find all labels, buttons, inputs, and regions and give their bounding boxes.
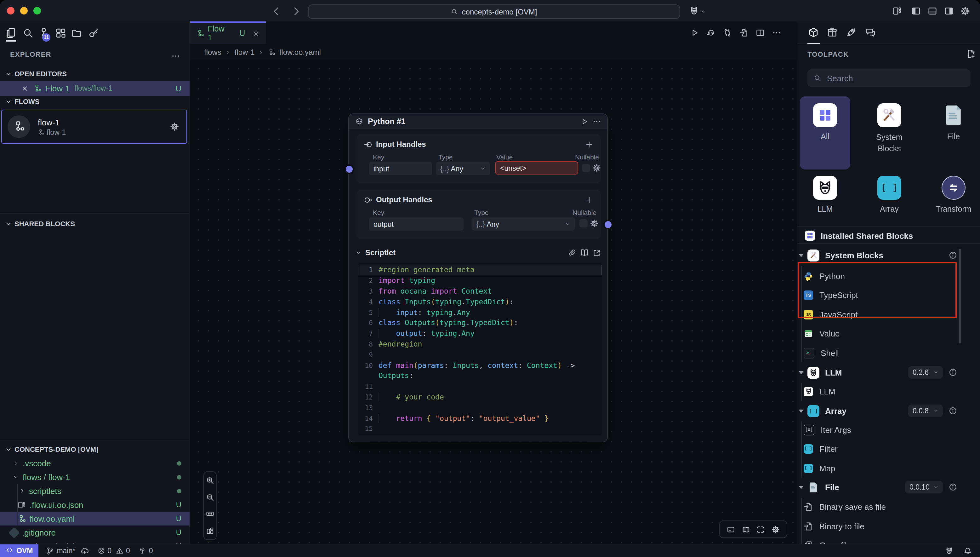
block-item-filter[interactable]: [ ] Filter [804, 439, 964, 458]
command-center-search[interactable]: concepts-demo [OVM] [308, 5, 680, 19]
rerun-flow-icon[interactable] [707, 28, 715, 37]
explorer-more-actions-icon[interactable] [171, 52, 180, 60]
activity-blocks-icon[interactable] [55, 28, 66, 38]
assistant-fox-icon[interactable] [689, 6, 699, 16]
block-item-value[interactable]: Value [804, 324, 964, 343]
node-run-icon[interactable] [581, 117, 588, 125]
shared-blocks-header[interactable]: SHARED BLOCKS [5, 217, 75, 231]
tree-item-gitignore[interactable]: .gitignore U [0, 526, 190, 539]
output-connection-handle[interactable] [603, 220, 613, 230]
fullscreen-icon[interactable] [757, 525, 765, 533]
block-item-shell[interactable]: >_ Shell [804, 344, 964, 362]
add-input-handle-icon[interactable] [585, 140, 593, 148]
output-handle-settings-gear-icon[interactable] [590, 219, 598, 228]
panel-scrollbar[interactable] [959, 249, 961, 344]
window-minimize-button[interactable] [20, 7, 28, 15]
info-icon[interactable] [949, 368, 957, 377]
block-item-llm[interactable]: LLM [804, 382, 964, 401]
notifications-bell-icon[interactable] [964, 547, 972, 555]
breadcrumb-flows[interactable]: flows [204, 48, 221, 57]
category-llm[interactable]: LLM [800, 169, 850, 239]
input-connection-handle[interactable] [345, 164, 354, 174]
run-flow-icon[interactable] [690, 28, 699, 37]
remote-indicator[interactable]: OVM [0, 544, 38, 557]
breadcrumb-file[interactable]: flow.oo.yaml [280, 48, 321, 57]
info-icon[interactable] [949, 483, 957, 492]
flows-header[interactable]: FLOWS [5, 94, 39, 108]
problems-status[interactable]: 0 0 [97, 547, 130, 554]
tree-item-flow-ui-oo-json[interactable]: .flow.ui.oo.json U [0, 498, 190, 511]
publish-cloud-icon[interactable] [80, 547, 88, 555]
tree-item-vscode[interactable]: .vscode [0, 456, 190, 470]
minimap-icon[interactable] [742, 525, 750, 533]
window-close-button[interactable] [7, 7, 15, 15]
flow-settings-gear-icon[interactable] [170, 122, 179, 131]
category-system-blocks[interactable]: System Blocks [864, 96, 915, 169]
open-changes-icon[interactable] [739, 28, 748, 37]
auto-layout-icon[interactable] [206, 527, 214, 535]
add-output-handle-icon[interactable] [585, 195, 593, 204]
info-icon[interactable] [949, 251, 957, 260]
history-back-icon[interactable] [271, 6, 280, 15]
file-version-select[interactable]: 0.0.10 [905, 481, 943, 493]
input-nullable-checkbox[interactable] [582, 164, 590, 172]
canvas-settings-gear-icon[interactable] [772, 525, 780, 533]
editor-more-actions-icon[interactable] [772, 28, 781, 37]
category-file[interactable]: File [928, 96, 979, 169]
input-key-field[interactable] [369, 162, 432, 175]
tree-item-scriptlets[interactable]: scriptlets [0, 484, 190, 498]
zoom-in-icon[interactable] [206, 476, 214, 485]
workspace-tree-header[interactable]: CONCEPTS-DEMO [OVM] [5, 442, 98, 456]
block-item-binary-save-as-file[interactable]: Binary save as file [804, 497, 964, 516]
fit-view-icon[interactable] [206, 510, 214, 518]
tree-item-flow-oo-yaml[interactable]: flow.oo.yaml U [0, 511, 190, 526]
git-branch-status[interactable]: main* [46, 547, 88, 555]
activity-folder-icon[interactable] [71, 28, 82, 38]
node-more-icon[interactable] [593, 117, 601, 125]
category-transform[interactable]: Transform [928, 169, 979, 239]
attach-icon[interactable] [568, 249, 576, 257]
input-type-select[interactable]: {..} Any [436, 162, 490, 175]
input-handle-settings-gear-icon[interactable] [593, 164, 601, 172]
tab-deploy[interactable] [846, 21, 856, 44]
output-nullable-checkbox[interactable] [579, 219, 588, 228]
scriptlet-header[interactable]: Scriptlet [355, 246, 602, 259]
open-editor-item-flow-1[interactable]: Flow 1 flows/flow-1 U [0, 81, 190, 96]
tab-toolpack[interactable] [808, 21, 819, 44]
category-all[interactable]: All [800, 96, 850, 169]
block-item-iter-args[interactable]: [x] Iter Args [804, 420, 964, 439]
group-system-blocks[interactable]: System Blocks [799, 246, 959, 265]
tab-flow-1[interactable]: Flow 1 U [190, 21, 266, 44]
node-python-1[interactable]: Python #1 Input Handles Key Type Val [348, 113, 608, 442]
llm-version-select[interactable]: 0.2.6 [908, 366, 943, 379]
tab-store[interactable] [827, 21, 838, 44]
open-editors-header[interactable]: OPEN EDITORS [5, 67, 67, 81]
tab-close-icon[interactable] [253, 30, 260, 37]
toolpack-search[interactable] [808, 69, 970, 87]
docs-icon[interactable] [580, 248, 589, 257]
zoom-out-icon[interactable] [206, 493, 214, 501]
tree-item-flows-flow-1[interactable]: flows / flow-1 [0, 470, 190, 484]
output-type-select[interactable]: {..} Any [472, 217, 575, 231]
window-zoom-button[interactable] [33, 7, 41, 15]
scriptlet-code-editor[interactable]: 1#region generated meta2import typing3fr… [358, 263, 602, 435]
customize-layout-icon[interactable] [892, 6, 902, 16]
toggle-bottom-panel-icon[interactable] [928, 6, 937, 16]
flow-canvas[interactable]: Python #1 Input Handles Key Type Val [190, 60, 797, 544]
open-external-icon[interactable] [593, 249, 601, 257]
new-toolpack-icon[interactable] [966, 49, 975, 59]
block-item-map[interactable]: [ ] Map [804, 459, 964, 477]
split-editor-icon[interactable] [756, 28, 765, 37]
close-editor-icon[interactable] [21, 85, 28, 92]
settings-gear-icon[interactable] [960, 6, 970, 16]
history-forward-icon[interactable] [291, 6, 300, 15]
tab-chat[interactable] [865, 21, 876, 44]
info-icon[interactable] [949, 406, 957, 415]
category-array[interactable]: [ ] Array [864, 169, 915, 239]
flow-list-item-flow-1[interactable]: flow-1 flow-1 [1, 110, 187, 144]
activity-explorer-icon[interactable] [6, 28, 16, 38]
toggle-panel-icon[interactable] [727, 525, 735, 533]
toolpack-search-input[interactable] [826, 73, 964, 83]
array-version-select[interactable]: 0.0.8 [908, 404, 943, 417]
activity-secrets-icon[interactable] [88, 28, 99, 38]
